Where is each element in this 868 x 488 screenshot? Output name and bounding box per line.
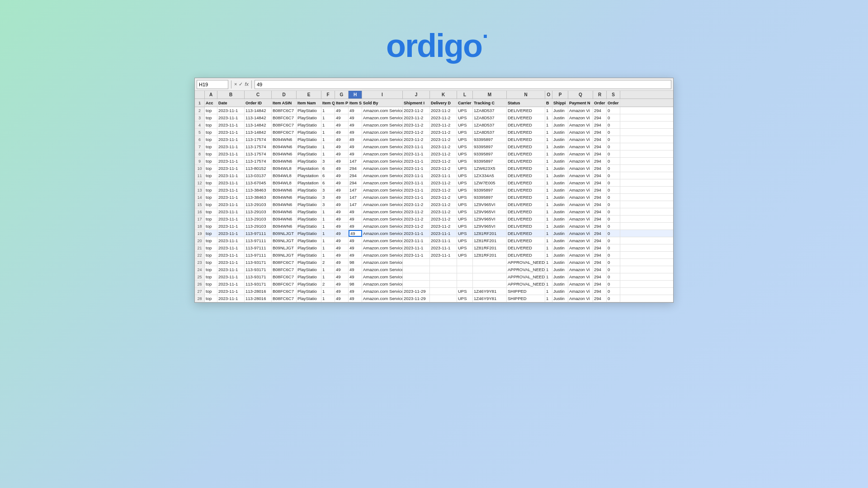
cell-22-P[interactable]: Justin <box>552 252 568 258</box>
cell-2-R[interactable]: 294 <box>593 107 607 114</box>
cell-27-P[interactable]: Justin <box>552 288 568 295</box>
cell-15-M[interactable]: 1Z9V965VI <box>473 201 507 208</box>
cell-14-M[interactable]: 93395897 <box>473 194 507 201</box>
cell-21-H[interactable]: 49 <box>349 244 362 251</box>
cell-23-E[interactable]: PlayStatio <box>297 259 321 266</box>
cell-2-K[interactable]: 2023-11-2 <box>430 107 457 114</box>
cell-26-F[interactable]: 2 <box>321 281 335 287</box>
cell-8-J[interactable]: 2023-11-1 <box>403 150 430 157</box>
cell-10-G[interactable]: 49 <box>335 165 349 172</box>
cell-4-P[interactable]: Justin <box>552 122 568 128</box>
cell-21-O[interactable]: 1 <box>545 244 552 251</box>
cell-15-S[interactable]: 0 <box>607 201 620 208</box>
cell-10-B[interactable]: 2023-11-1 <box>217 165 245 172</box>
cell-4-O[interactable]: 1 <box>545 122 552 128</box>
cell-26-M[interactable] <box>473 281 507 287</box>
cell-7-K[interactable]: 2023-11-2 <box>430 143 457 150</box>
cell-6-C[interactable]: 113-17574 <box>245 136 272 143</box>
cell-28-N[interactable]: SHIPPED <box>507 295 545 302</box>
cell-22-A[interactable]: top <box>205 252 217 258</box>
cell-3-S[interactable]: 0 <box>607 114 620 121</box>
cell-20-P[interactable]: Justin <box>552 237 568 244</box>
cell-16-B[interactable]: 2023-11-1 <box>217 208 245 215</box>
cell-22-C[interactable]: 113-97111 <box>245 252 272 258</box>
cell-27-H[interactable]: 49 <box>349 288 362 295</box>
cell-27-A[interactable]: top <box>205 288 217 295</box>
cell-23-M[interactable] <box>473 259 507 266</box>
cell-18-N[interactable]: DELIVERED <box>507 223 545 230</box>
cell-17-N[interactable]: DELIVERED <box>507 216 545 222</box>
cell-25-H[interactable]: 49 <box>349 273 362 280</box>
cell-2-P[interactable]: Justin <box>552 107 568 114</box>
cell-21-R[interactable]: 294 <box>593 244 607 251</box>
cell-24-S[interactable]: 0 <box>607 266 620 273</box>
cell-9-J[interactable]: 2023-11-1 <box>403 158 430 164</box>
cell-5-J[interactable]: 2023-11-2 <box>403 129 430 136</box>
cell-21-E[interactable]: PlayStatio <box>297 244 321 251</box>
cell-3-N[interactable]: DELIVERED <box>507 114 545 121</box>
cell-23-O[interactable]: 1 <box>545 259 552 266</box>
cell-28-R[interactable]: 294 <box>593 295 607 302</box>
cell-8-S[interactable]: 0 <box>607 150 620 157</box>
cell-5-N[interactable]: DELIVERED <box>507 129 545 136</box>
cell-21-B[interactable]: 2023-11-1 <box>217 244 245 251</box>
cell-10-N[interactable]: DELIVERED <box>507 165 545 172</box>
cell-14-N[interactable]: DELIVERED <box>507 194 545 201</box>
col-E[interactable]: E <box>297 91 321 99</box>
cell-17-L[interactable]: UPS <box>457 216 473 222</box>
header-Q[interactable]: Payment N <box>568 99 593 107</box>
header-P[interactable]: Shippi <box>552 99 568 107</box>
cell-6-B[interactable]: 2023-11-1 <box>217 136 245 143</box>
cell-16-I[interactable]: Amazon.com Services LLC <box>362 208 403 215</box>
cell-5-P[interactable]: Justin <box>552 129 568 136</box>
cell-17-E[interactable]: PlayStatio <box>297 216 321 222</box>
cell-9-M[interactable]: 93395897 <box>473 158 507 164</box>
cell-25-I[interactable]: Amazon.com Services LLC <box>362 273 403 280</box>
cell-8-E[interactable]: PlayStatio <box>297 150 321 157</box>
cell-28-F[interactable]: 1 <box>321 295 335 302</box>
cell-14-I[interactable]: Amazon.com Services LLC <box>362 194 403 201</box>
cell-3-C[interactable]: 113-14842 <box>245 114 272 121</box>
cell-22-Q[interactable]: Amazon Vi <box>568 252 593 258</box>
cell-3-G[interactable]: 49 <box>335 114 349 121</box>
header-O[interactable]: B <box>545 99 552 107</box>
cell-10-M[interactable]: 1ZW623X5 <box>473 165 507 172</box>
col-I[interactable]: I <box>362 91 403 99</box>
cell-5-S[interactable]: 0 <box>607 129 620 136</box>
cell-26-C[interactable]: 113-93171 <box>245 281 272 287</box>
cell-8-L[interactable]: UPS <box>457 150 473 157</box>
cell-9-A[interactable]: top <box>205 158 217 164</box>
header-F[interactable]: Item Quan <box>321 99 335 107</box>
cell-25-A[interactable]: top <box>205 273 217 280</box>
cell-23-C[interactable]: 113-93171 <box>245 259 272 266</box>
cell-23-N[interactable]: APPROVAL_NEEDED <box>507 259 545 266</box>
cell-17-R[interactable]: 294 <box>593 216 607 222</box>
cell-3-D[interactable]: B08FC6C7 <box>272 114 297 121</box>
cell-4-K[interactable]: 2023-11-2 <box>430 122 457 128</box>
cell-20-O[interactable]: 1 <box>545 237 552 244</box>
cell-13-N[interactable]: DELIVERED <box>507 187 545 193</box>
cell-15-K[interactable]: 2023-11-2 <box>430 201 457 208</box>
col-S[interactable]: S <box>607 91 620 99</box>
cell-11-J[interactable]: 2023-11-1 <box>403 172 430 179</box>
cell-26-E[interactable]: PlayStatio <box>297 281 321 287</box>
cell-9-N[interactable]: DELIVERED <box>507 158 545 164</box>
cell-28-D[interactable]: B08FC6C7 <box>272 295 297 302</box>
cell-6-O[interactable]: 1 <box>545 136 552 143</box>
cell-8-D[interactable]: B094WN6 <box>272 150 297 157</box>
cell-2-G[interactable]: 49 <box>335 107 349 114</box>
cell-13-C[interactable]: 113-38463 <box>245 187 272 193</box>
cell-12-D[interactable]: B094WL8 <box>272 179 297 186</box>
cell-19-A[interactable]: top <box>205 230 217 237</box>
cell-22-R[interactable]: 294 <box>593 252 607 258</box>
formula-input[interactable]: 49 <box>255 80 671 89</box>
cell-23-Q[interactable]: Amazon Vi <box>568 259 593 266</box>
cell-25-R[interactable]: 294 <box>593 273 607 280</box>
cell-8-R[interactable]: 294 <box>593 150 607 157</box>
cell-5-K[interactable]: 2023-11-2 <box>430 129 457 136</box>
cell-4-D[interactable]: B08FC6C7 <box>272 122 297 128</box>
cell-20-Q[interactable]: Amazon Vi <box>568 237 593 244</box>
cell-8-K[interactable]: 2023-11-2 <box>430 150 457 157</box>
col-R[interactable]: R <box>593 91 607 99</box>
cell-6-N[interactable]: DELIVERED <box>507 136 545 143</box>
